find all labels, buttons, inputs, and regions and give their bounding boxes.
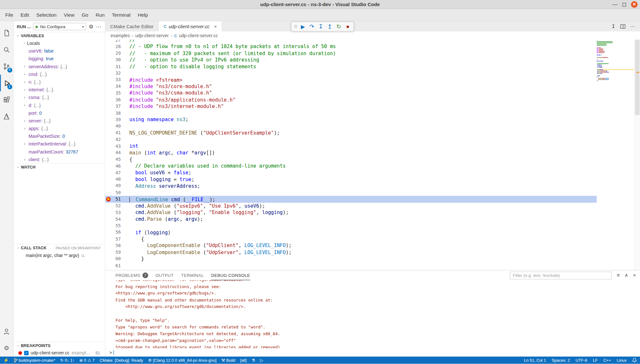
code-line-55[interactable]: 55 (105, 222, 597, 229)
minimize-button[interactable]: — (612, 3, 618, 7)
code-editor[interactable]: 27//28// - UDP flow from n0 to n1 of 102… (105, 39, 640, 270)
code-line-48[interactable]: 48 bool logging = true; (105, 176, 597, 183)
breakpoint-glyph-margin[interactable] (105, 170, 113, 176)
code-line-60[interactable]: 60 } (105, 256, 597, 262)
code-line-29[interactable]: 29// - maximum of 320 packets sent (or l… (105, 50, 597, 57)
code-line-45[interactable]: 45{ (105, 156, 597, 163)
locals-scope-row[interactable]: › Locals (13, 39, 105, 47)
os-item[interactable]: Linux (617, 358, 627, 362)
code-line-38[interactable]: 38 (105, 110, 597, 116)
editor-tab-udp-client-server-cc[interactable]: Cudp-client-server.cc× (159, 21, 222, 31)
language-mode-item[interactable]: C++ (603, 358, 611, 362)
code-line-61[interactable]: 61 (105, 262, 597, 269)
watch-section-header[interactable]: › WATCH (13, 163, 105, 170)
breakpoint-glyph-margin[interactable] (105, 57, 113, 63)
variable-row[interactable]: ›d:{...} (13, 101, 105, 109)
launch-configuration-dropdown[interactable]: ▶ No Configura ▾ (33, 23, 86, 30)
menu-selection[interactable]: Selection (33, 10, 60, 19)
cursor-position-item[interactable]: Ln 51, Col 1 (524, 358, 546, 362)
menu-run[interactable]: Run (92, 10, 108, 19)
breakpoint-glyph-margin[interactable] (105, 156, 113, 162)
minimap[interactable] (597, 39, 634, 270)
breakpoint-glyph-margin[interactable] (105, 189, 113, 196)
filter-icon[interactable]: ≡ (617, 272, 620, 278)
breakpoint-glyph-margin[interactable] (105, 77, 113, 83)
code-line-27[interactable]: 27// (105, 39, 597, 43)
code-line-53[interactable]: 53 cmd.AddValue ("logging", "Enable logg… (105, 209, 597, 216)
breakpoint-glyph-margin[interactable] (105, 39, 113, 43)
menu-terminal[interactable]: Terminal (108, 10, 134, 19)
breakpoint-glyph-margin[interactable] (105, 103, 113, 110)
menu-file[interactable]: File (2, 10, 17, 19)
breakpoint-checkbox[interactable]: ✓ (24, 351, 29, 355)
notifications-item[interactable] (632, 358, 637, 362)
editor-scrollbar[interactable] (634, 39, 640, 270)
code-line-44[interactable]: 44main (int argc, char *argv[]) (105, 150, 597, 156)
code-line-37[interactable]: 37#include "ns3/internet-module.h" (105, 103, 597, 110)
variable-row[interactable]: ›cmd:{...} (13, 70, 105, 78)
cmake-build-item[interactable]: ⚒ Build (221, 358, 235, 362)
code-line-32[interactable]: 32 (105, 70, 597, 77)
debug-step-out-button[interactable]: ↥ (326, 22, 334, 30)
console-input[interactable]: > (105, 348, 640, 356)
code-line-54[interactable]: 54 cmd.Parse (argc, argv); (105, 216, 597, 223)
variable-row[interactable]: maxPacketCount:32767 (13, 148, 105, 155)
variable-row[interactable]: ›csma:{...} (13, 94, 105, 101)
breadcrumb-item-1[interactable]: udp-client-server (135, 33, 169, 38)
menu-edit[interactable]: Edit (17, 10, 33, 19)
start-debug-icon[interactable]: ▶ (36, 24, 38, 29)
variable-row[interactable]: ›apps:{...} (13, 124, 105, 132)
code-line-51[interactable]: 51 CommandLine cmd (__FILE__); (105, 196, 597, 203)
variable-row[interactable]: ›internet:{...} (13, 86, 105, 93)
code-line-47[interactable]: 47 bool useV6 = false; (105, 170, 597, 176)
variable-row[interactable]: ›interPacketInterval:{...} (13, 140, 105, 148)
menu-help[interactable]: Help (134, 10, 151, 19)
breakpoint-glyph-margin[interactable] (105, 130, 113, 136)
sync-changes-item[interactable]: ↻ 0↓ 1↑ (60, 358, 74, 362)
debug-current-line-arrow-icon[interactable] (105, 196, 113, 203)
code-line-40[interactable]: 40 (105, 123, 597, 130)
debug-stop-button[interactable]: ■ (344, 22, 352, 30)
breadcrumb-item-2[interactable]: udp-client-server.cc (179, 33, 218, 38)
breakpoint-row[interactable]: ✓ udp-client-server.cc exampl... 51 (13, 349, 105, 357)
debug-step-over-button[interactable]: ↷ (308, 22, 316, 30)
close-panel-icon[interactable]: × (633, 272, 636, 278)
close-button[interactable]: ✕ (631, 1, 637, 8)
panel-tab-terminal[interactable]: TERMINAL (181, 270, 204, 280)
breakpoint-glyph-margin[interactable] (105, 236, 113, 242)
breakpoint-glyph-margin[interactable] (105, 123, 113, 129)
variable-row[interactable]: useV6:false (13, 47, 105, 54)
menu-view[interactable]: View (60, 10, 78, 19)
menu-go[interactable]: Go (78, 10, 92, 19)
breakpoint-glyph-margin[interactable] (105, 163, 113, 169)
breakpoint-glyph-margin[interactable] (105, 150, 113, 156)
code-line-46[interactable]: 46 // Declare variables used in command-… (105, 163, 597, 170)
breakpoint-glyph-margin[interactable] (105, 63, 113, 70)
code-line-50[interactable]: 50 (105, 189, 597, 196)
call-stack-section-header[interactable]: › CALL STACK PAUSED ON BREAKPOINT (13, 244, 105, 251)
cmake-kit-item[interactable]: ⚙ [Clang 12.0.0 x86_64-pc-linux-gnu] (148, 358, 216, 362)
maximize-button[interactable] (622, 3, 626, 6)
scrollbar-thumb[interactable] (635, 39, 640, 115)
source-control-icon[interactable]: 6 (0, 58, 13, 75)
encoding-item[interactable]: UTF-8 (576, 358, 587, 362)
code-line-59[interactable]: 59 LogComponentEnable ("UdpServer", LOG_… (105, 249, 597, 256)
breakpoint-glyph-margin[interactable] (105, 229, 113, 236)
breakpoint-glyph-margin[interactable] (105, 262, 113, 269)
maximize-panel-icon[interactable]: ∧ (625, 272, 628, 278)
breakpoint-glyph-margin[interactable] (105, 110, 113, 116)
code-line-49[interactable]: 49 Address serverAddress; (105, 183, 597, 189)
search-icon[interactable] (0, 41, 13, 58)
debug-step-into-button[interactable]: ↧ (317, 22, 325, 30)
run-or-install-icon[interactable]: ↧ (611, 23, 616, 29)
problems-item[interactable]: ⊗ 0 ⚠ 7 (80, 358, 95, 362)
breakpoint-glyph-margin[interactable] (105, 183, 113, 189)
indentation-item[interactable]: Spaces: 2 (552, 358, 570, 362)
explorer-icon[interactable] (0, 24, 13, 41)
breakpoint-glyph-margin[interactable] (105, 83, 113, 90)
run-and-debug-icon[interactable]: 1 (0, 75, 13, 91)
close-tab-icon[interactable]: × (214, 23, 217, 29)
breakpoint-glyph-margin[interactable] (105, 256, 113, 262)
panel-tab-debug-console[interactable]: DEBUG CONSOLE (211, 270, 250, 280)
code-line-58[interactable]: 58 LogComponentEnable ("UdpClient", LOG_… (105, 242, 597, 249)
